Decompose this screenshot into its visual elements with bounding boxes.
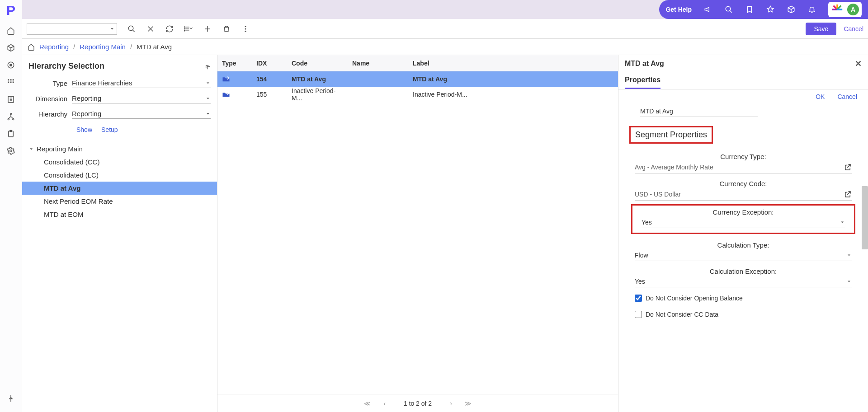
compass-icon[interactable] bbox=[766, 5, 775, 14]
tree-root[interactable]: Reporting Main bbox=[22, 142, 217, 155]
table-row[interactable]: 155Inactive Period-M...Inactive Period-M… bbox=[217, 87, 618, 102]
folder-arrow-icon bbox=[222, 91, 247, 98]
opening-balance-checkbox[interactable] bbox=[635, 295, 642, 302]
cube-icon[interactable] bbox=[6, 43, 15, 52]
calculation-type-select[interactable]: Flow bbox=[635, 251, 852, 261]
search-icon[interactable] bbox=[127, 24, 136, 33]
box-icon[interactable] bbox=[787, 5, 796, 14]
close-icon[interactable] bbox=[146, 24, 155, 33]
tree-item[interactable]: Next Period EOM Rate bbox=[22, 195, 217, 208]
search-icon[interactable] bbox=[724, 5, 733, 14]
close-icon[interactable]: ✕ bbox=[855, 59, 862, 69]
external-link-icon[interactable] bbox=[844, 190, 852, 198]
props-title: MTD at Avg bbox=[625, 60, 664, 68]
topbar: Get Help A bbox=[22, 0, 868, 19]
show-link[interactable]: Show bbox=[76, 126, 92, 133]
breadcrumb-level1[interactable]: Reporting bbox=[39, 43, 69, 51]
hierarchy-select[interactable]: Reporting bbox=[72, 109, 211, 119]
chevron-down-icon bbox=[846, 279, 852, 284]
svg-rect-5 bbox=[8, 82, 9, 83]
hierarchy-icon[interactable] bbox=[6, 112, 15, 121]
avatar[interactable]: A bbox=[847, 4, 859, 15]
dimension-select[interactable]: Reporting bbox=[72, 94, 211, 103]
cc-data-label: Do Not Consider CC Data bbox=[646, 311, 718, 318]
gear-icon[interactable] bbox=[6, 146, 15, 155]
th-name[interactable]: Name bbox=[348, 60, 408, 67]
profile-box[interactable]: A bbox=[828, 2, 862, 17]
tree-item[interactable]: MTD at EOM bbox=[22, 208, 217, 221]
currency-code-field[interactable]: USD - US Dollar bbox=[635, 189, 852, 201]
grid-icon[interactable] bbox=[6, 78, 15, 87]
pager-next-icon[interactable]: › bbox=[450, 400, 452, 407]
cc-data-checkbox[interactable] bbox=[635, 311, 642, 318]
type-label: Type bbox=[28, 80, 72, 87]
flower-logo bbox=[831, 3, 844, 16]
svg-point-14 bbox=[10, 150, 12, 152]
save-button[interactable]: Save bbox=[806, 23, 836, 35]
cancel-link[interactable]: Cancel bbox=[837, 93, 857, 100]
calculation-exception-select[interactable]: Yes bbox=[635, 277, 852, 287]
pager-first-icon[interactable]: ≪ bbox=[364, 400, 371, 407]
svg-point-16 bbox=[128, 26, 133, 31]
pager-last-icon[interactable]: ≫ bbox=[465, 400, 472, 407]
setup-link[interactable]: Setup bbox=[101, 126, 118, 133]
name-field[interactable]: MTD at Avg bbox=[640, 106, 758, 117]
list-icon[interactable] bbox=[184, 24, 193, 33]
clipboard-icon[interactable] bbox=[6, 129, 15, 138]
caret-down-icon bbox=[28, 146, 34, 152]
tree: Reporting Main Consolidated (CC)Consolid… bbox=[22, 138, 217, 225]
pager-prev-icon[interactable]: ‹ bbox=[383, 400, 386, 407]
megaphone-icon[interactable] bbox=[703, 5, 712, 14]
svg-point-15 bbox=[726, 6, 731, 11]
svg-point-18 bbox=[184, 28, 184, 29]
breadcrumb-level2[interactable]: Reporting Main bbox=[80, 43, 126, 51]
add-icon[interactable] bbox=[203, 24, 212, 33]
svg-point-19 bbox=[184, 30, 184, 31]
quick-search-dropdown[interactable] bbox=[27, 23, 117, 35]
svg-point-17 bbox=[184, 27, 184, 27]
tree-item[interactable]: MTD at Avg bbox=[22, 182, 217, 195]
type-select[interactable]: Finance Hierarchies bbox=[72, 78, 211, 88]
delete-icon[interactable] bbox=[222, 24, 231, 33]
svg-rect-3 bbox=[10, 79, 12, 80]
pin-icon[interactable] bbox=[6, 394, 15, 403]
svg-point-20 bbox=[245, 26, 246, 27]
get-help-link[interactable]: Get Help bbox=[665, 6, 692, 13]
scrollbar-thumb[interactable] bbox=[862, 186, 868, 249]
th-type[interactable]: Type bbox=[217, 60, 252, 67]
th-code[interactable]: Code bbox=[287, 60, 348, 67]
table-footer: ≪ ‹ 1 to 2 of 2 › ≫ bbox=[217, 394, 618, 412]
th-idx[interactable]: IDX bbox=[252, 60, 287, 67]
opening-balance-checkbox-row[interactable]: Do Not Consider Opening Balance bbox=[629, 290, 857, 306]
currency-type-field[interactable]: Avg - Average Monthly Rate bbox=[635, 162, 852, 173]
home-icon[interactable] bbox=[28, 43, 35, 51]
cancel-link[interactable]: Cancel bbox=[844, 25, 863, 33]
svg-rect-2 bbox=[8, 79, 9, 80]
tree-item[interactable]: Consolidated (CC) bbox=[22, 155, 217, 169]
refresh-icon[interactable] bbox=[165, 24, 174, 33]
tree-item[interactable]: Consolidated (LC) bbox=[22, 169, 217, 182]
building-icon[interactable] bbox=[6, 95, 15, 104]
ok-link[interactable]: OK bbox=[816, 93, 825, 100]
table-panel: Type IDX Code Name Label 154MTD at AvgMT… bbox=[217, 55, 618, 412]
target-icon[interactable] bbox=[6, 61, 15, 70]
bell-icon[interactable] bbox=[807, 5, 816, 14]
svg-point-1 bbox=[10, 64, 12, 66]
svg-point-22 bbox=[245, 30, 246, 32]
chevron-down-icon bbox=[846, 253, 852, 258]
cc-data-checkbox-row[interactable]: Do Not Consider CC Data bbox=[629, 306, 857, 323]
currency-code-label: Currency Code: bbox=[629, 176, 857, 187]
svg-point-10 bbox=[8, 119, 9, 120]
more-icon[interactable] bbox=[241, 24, 250, 33]
opening-balance-label: Do Not Consider Opening Balance bbox=[646, 295, 743, 302]
external-link-icon[interactable] bbox=[844, 163, 852, 171]
tab-properties[interactable]: Properties bbox=[625, 74, 660, 89]
svg-rect-4 bbox=[13, 79, 14, 80]
home-icon[interactable] bbox=[6, 26, 15, 35]
hierarchy-panel: Hierarchy Selection Type Finance Hierarc… bbox=[22, 55, 217, 412]
table-row[interactable]: 154MTD at AvgMTD at Avg bbox=[217, 71, 618, 87]
currency-exception-select[interactable]: Yes bbox=[642, 218, 845, 228]
th-label[interactable]: Label bbox=[408, 60, 618, 67]
collapse-icon[interactable] bbox=[203, 63, 211, 70]
bookmark-icon[interactable] bbox=[745, 5, 754, 14]
